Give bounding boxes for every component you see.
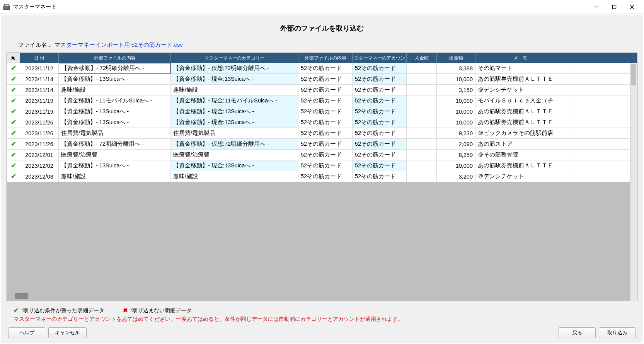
- cell-mm-account[interactable]: 52その筋カード: [353, 106, 407, 117]
- cell-ext-account[interactable]: 52その筋カード: [298, 95, 353, 106]
- table-row[interactable]: ✔2023/11/19【資金移動】- 11モバイルSuicaへ -【資金移動】-…: [7, 95, 637, 106]
- cell-out-amount[interactable]: 10,000: [437, 160, 475, 171]
- cell-ext-content[interactable]: 【資金移動】- 72明細分離用へ -: [59, 139, 171, 149]
- col-in-amount[interactable]: 入金額: [407, 53, 437, 63]
- row-pointer-header[interactable]: [7, 53, 20, 63]
- row-check-icon[interactable]: ✔: [7, 150, 20, 160]
- cell-in-amount[interactable]: [407, 85, 437, 95]
- cell-out-amount[interactable]: 10,000: [437, 117, 475, 128]
- col-memo[interactable]: メ モ: [475, 53, 565, 63]
- cell-mm-account[interactable]: 52その筋カード: [353, 160, 407, 171]
- row-check-icon[interactable]: ✔: [7, 74, 20, 84]
- cell-date[interactable]: 2023/11/19: [20, 106, 59, 117]
- cell-date[interactable]: 2023/11/19: [20, 95, 59, 106]
- cell-ext-account[interactable]: 52その筋カード: [298, 160, 353, 171]
- grid-body[interactable]: ✔2023/11/12【資金移動】- 72明細分離用へ -【資金移動】- 仮想:…: [7, 63, 637, 291]
- col-extra[interactable]: [565, 53, 571, 63]
- col-date[interactable]: 日 付: [20, 53, 59, 63]
- cancel-button[interactable]: キャンセル: [48, 327, 87, 338]
- cell-mm-account[interactable]: 52その筋カード: [353, 150, 407, 160]
- cell-out-amount[interactable]: 8,250: [437, 150, 475, 160]
- cell-memo[interactable]: ＠ビックカメラその筋駅前店: [475, 128, 565, 138]
- cell-ext-content[interactable]: 【資金移動】- 11モバイルSuicaへ -: [59, 95, 171, 106]
- cell-date[interactable]: 2023/11/26: [20, 128, 59, 138]
- cell-mm-category[interactable]: 趣味/施設: [171, 85, 298, 95]
- table-row[interactable]: ✔2023/11/12【資金移動】- 72明細分離用へ -【資金移動】- 仮想:…: [7, 63, 637, 74]
- cell-in-amount[interactable]: [407, 117, 437, 128]
- cell-mm-account[interactable]: 52その筋カード: [353, 139, 407, 149]
- cell-ext-account[interactable]: 52その筋カード: [298, 128, 353, 138]
- cell-memo[interactable]: あの筋駅券売機前ＡＬＴＴＥ: [475, 117, 565, 128]
- cell-memo[interactable]: あの筋駅券売機前ＡＬＴＴＥ: [475, 106, 565, 117]
- cell-ext-content[interactable]: 趣味/施設: [59, 85, 171, 95]
- cell-mm-account[interactable]: 52その筋カード: [353, 171, 407, 182]
- close-button[interactable]: [623, 1, 641, 13]
- cell-in-amount[interactable]: [407, 160, 437, 171]
- cell-memo[interactable]: その筋マート: [475, 63, 565, 73]
- table-row[interactable]: ✔2023/11/19【資金移動】- 13Suicaへ -【資金移動】- 現金:…: [7, 106, 637, 117]
- table-row[interactable]: ✔2023/11/14【資金移動】- 13Suicaへ -【資金移動】- 現金:…: [7, 74, 637, 85]
- cell-mm-account[interactable]: 52その筋カード: [353, 95, 407, 106]
- cell-date[interactable]: 2023/11/12: [20, 63, 59, 73]
- row-check-icon[interactable]: ✔: [7, 63, 20, 73]
- cell-out-amount[interactable]: 3,388: [437, 63, 475, 73]
- cell-ext-content[interactable]: 医療費/治療費: [59, 150, 171, 160]
- cell-mm-category[interactable]: 【資金移動】- 現金:13Suicaへ -: [171, 106, 298, 117]
- cell-mm-category[interactable]: 趣味/施設: [171, 171, 298, 182]
- cell-date[interactable]: 2023/11/26: [20, 117, 59, 128]
- table-row[interactable]: ✔2023/11/26【資金移動】- 72明細分離用へ -【資金移動】- 仮想:…: [7, 139, 637, 150]
- cell-mm-account[interactable]: 52その筋カード: [353, 74, 407, 84]
- cell-mm-category[interactable]: 【資金移動】- 現金:13Suicaへ -: [171, 160, 298, 171]
- col-mm-account[interactable]: マスターマネーのアカウント: [353, 53, 407, 63]
- cell-ext-account[interactable]: 52その筋カード: [298, 171, 353, 182]
- cell-ext-account[interactable]: 52その筋カード: [298, 150, 353, 160]
- table-row[interactable]: ✔2023/11/26【資金移動】- 13Suicaへ -【資金移動】- 現金:…: [7, 117, 637, 128]
- scrollbar-thumb[interactable]: [631, 64, 636, 85]
- cell-mm-category[interactable]: 【資金移動】- 現金:13Suicaへ -: [171, 117, 298, 128]
- row-check-icon[interactable]: ✔: [7, 139, 20, 149]
- col-ext-account[interactable]: 外部ファイルの内容: [298, 53, 353, 63]
- table-row[interactable]: ✔2023/12/01医療費/治療費医療費/治療費52その筋カード52その筋カー…: [7, 150, 637, 160]
- hscroll-indicator[interactable]: [15, 293, 28, 299]
- cell-mm-account[interactable]: 52その筋カード: [353, 63, 407, 73]
- cell-mm-account[interactable]: 52その筋カード: [353, 85, 407, 95]
- cell-in-amount[interactable]: [407, 95, 437, 106]
- cell-ext-account[interactable]: 52その筋カード: [298, 85, 353, 95]
- cell-date[interactable]: 2023/11/14: [20, 85, 59, 95]
- cell-out-amount[interactable]: 10,000: [437, 74, 475, 84]
- row-check-icon[interactable]: ✔: [7, 171, 20, 182]
- cell-ext-content[interactable]: 【資金移動】- 13Suicaへ -: [59, 160, 171, 171]
- row-check-icon[interactable]: ✔: [7, 85, 20, 95]
- col-out-amount[interactable]: 出金額: [437, 53, 475, 63]
- cell-memo[interactable]: あの筋駅券売機前ＡＬＴＴＥ: [475, 74, 565, 84]
- cell-date[interactable]: 2023/11/26: [20, 139, 59, 149]
- table-row[interactable]: ✔2023/12/03趣味/施設趣味/施設52その筋カード52その筋カード3,2…: [7, 171, 637, 182]
- cell-mm-category[interactable]: 【資金移動】- 現金:13Suicaへ -: [171, 74, 298, 84]
- cell-ext-content[interactable]: 趣味/施設: [59, 171, 171, 182]
- cell-ext-account[interactable]: 52その筋カード: [298, 106, 353, 117]
- cell-memo[interactable]: あの筋駅券売機前ＡＬＴＴＥ: [475, 160, 565, 171]
- cell-ext-content[interactable]: 【資金移動】- 13Suicaへ -: [59, 106, 171, 117]
- cell-out-amount[interactable]: 2,090: [437, 139, 475, 149]
- cell-mm-category[interactable]: 【資金移動】- 仮想:72明細分離用へ -: [171, 139, 298, 149]
- cell-memo[interactable]: ＠デンシチケット: [475, 171, 565, 182]
- cell-memo[interactable]: あの筋ストア: [475, 139, 565, 149]
- cell-ext-content[interactable]: 【資金移動】- 72明細分離用へ -: [59, 63, 171, 73]
- cell-memo[interactable]: ＠デンシチケット: [475, 85, 565, 95]
- cell-ext-account[interactable]: 52その筋カード: [298, 63, 353, 73]
- vertical-scrollbar[interactable]: [630, 63, 637, 301]
- cell-in-amount[interactable]: [407, 139, 437, 149]
- cell-mm-account[interactable]: 52その筋カード: [353, 128, 407, 138]
- cell-date[interactable]: 2023/12/03: [20, 171, 59, 182]
- cell-ext-content[interactable]: 【資金移動】- 13Suicaへ -: [59, 74, 171, 84]
- cell-in-amount[interactable]: [407, 150, 437, 160]
- cell-mm-category[interactable]: 【資金移動】- 現金:11モバイルSuicaへ -: [171, 95, 298, 106]
- cell-in-amount[interactable]: [407, 74, 437, 84]
- cell-ext-account[interactable]: 52その筋カード: [298, 117, 353, 128]
- cell-mm-category[interactable]: 医療費/治療費: [171, 150, 298, 160]
- import-button[interactable]: 取り込み: [599, 327, 636, 338]
- cell-mm-account[interactable]: 52その筋カード: [353, 117, 407, 128]
- back-button[interactable]: 戻る: [559, 327, 596, 338]
- cell-out-amount[interactable]: 10,000: [437, 95, 475, 106]
- table-row[interactable]: ✔2023/11/26住居費/電気製品住居費/電気製品52その筋カード52その筋…: [7, 128, 637, 139]
